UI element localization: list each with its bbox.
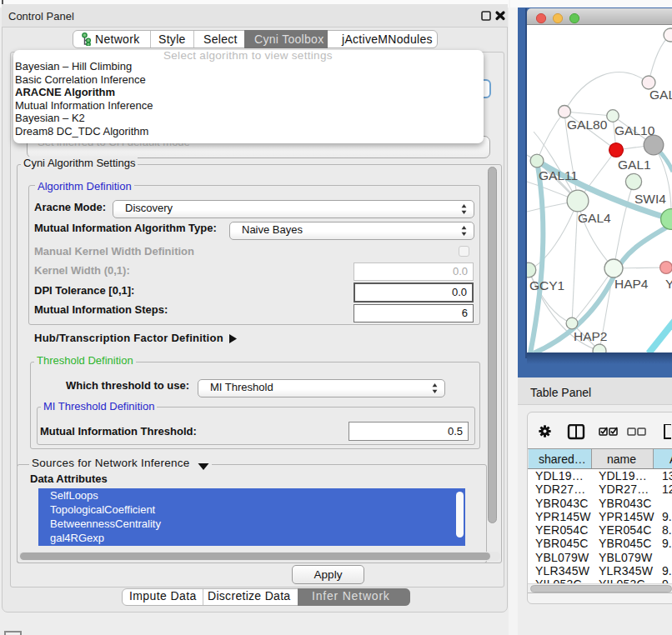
svg-text:YP: YP [665,277,672,291]
svg-text:HAP2: HAP2 [574,329,608,343]
svg-text:GAL4: GAL4 [578,211,611,225]
svg-text:HAP4: HAP4 [614,277,649,291]
svg-text:SWI4: SWI4 [634,192,666,206]
svg-text:GAL10: GAL10 [614,123,655,138]
svg-text:GCY1: GCY1 [529,278,564,292]
svg-text:GAL7: GAL7 [649,88,672,102]
svg-text:GAL80: GAL80 [567,118,608,132]
svg-text:GAL1: GAL1 [618,158,651,172]
svg-text:GAL11: GAL11 [539,168,578,182]
